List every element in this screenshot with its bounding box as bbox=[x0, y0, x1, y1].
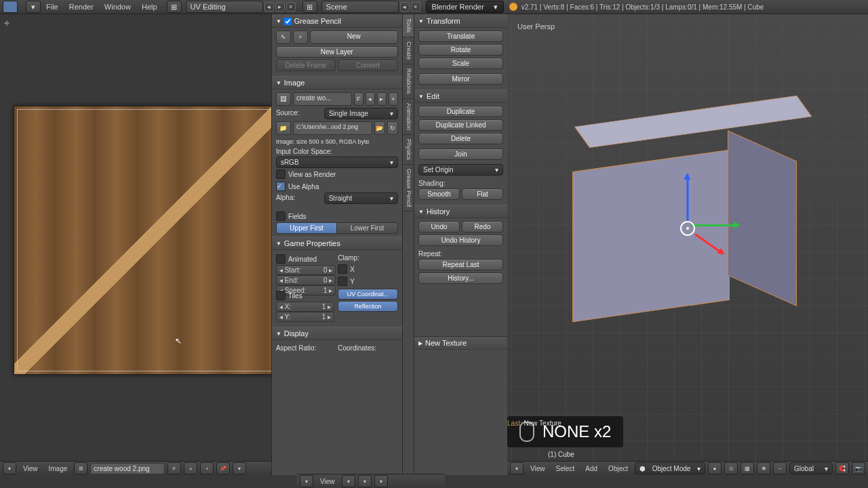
image-browse-button[interactable]: ⊞ bbox=[74, 462, 87, 474]
viewport-3d[interactable]: User Persp NONE x2 Last: New Texture (1)… bbox=[507, 14, 868, 461]
colorspace-dropdown[interactable]: sRGB▾ bbox=[276, 157, 398, 168]
rotate-button[interactable]: Rotate bbox=[418, 44, 503, 56]
flat-button[interactable]: Flat bbox=[462, 188, 503, 200]
alt-menu-view[interactable]: View bbox=[316, 478, 339, 485]
render-engine-dropdown[interactable]: Blender Render▾ bbox=[426, 1, 504, 13]
unlink-image-button[interactable]: × bbox=[184, 462, 197, 474]
duplicate-button[interactable]: Duplicate bbox=[418, 106, 503, 117]
gp-draw-icon[interactable]: ✎ bbox=[276, 30, 291, 44]
fields-checkbox[interactable]: Fields bbox=[276, 210, 398, 222]
image-nav1-button[interactable]: ◂ bbox=[366, 92, 375, 106]
clamp-y-checkbox[interactable]: Y bbox=[338, 275, 397, 287]
toggle-toolbar-icon[interactable]: + bbox=[4, 18, 9, 28]
filepath-reload-button[interactable]: ↻ bbox=[387, 121, 398, 135]
view-as-render-checkbox[interactable]: View as Render bbox=[276, 168, 398, 180]
uv-coord-button[interactable]: UV Coordinat... bbox=[338, 289, 397, 300]
anim-end-field[interactable]: ◂ End:0 ▸ bbox=[276, 275, 336, 285]
set-origin-dropdown[interactable]: Set Origin▾ bbox=[418, 164, 503, 176]
view3d-editor-type-icon[interactable]: ▾ bbox=[510, 462, 524, 474]
gizmo-x-axis[interactable] bbox=[691, 224, 738, 226]
uv-menu-image[interactable]: Image bbox=[45, 465, 72, 472]
tab-relations[interactable]: Relations bbox=[403, 64, 414, 99]
alt-icon1[interactable]: ▾ bbox=[342, 475, 355, 487]
tab-create[interactable]: Create bbox=[403, 37, 414, 64]
alt-icon2[interactable]: ▾ bbox=[358, 475, 372, 487]
scene-dropdown[interactable]: Scene bbox=[321, 1, 399, 13]
clamp-x-checkbox[interactable]: X bbox=[338, 263, 397, 275]
tab-physics[interactable]: Physics bbox=[403, 135, 414, 165]
filepath-input[interactable]: C:\Users\w...ood 2.png bbox=[293, 121, 372, 135]
image-close-button[interactable]: × bbox=[389, 92, 398, 106]
tab-grease-pencil[interactable]: Grease Pencil bbox=[403, 165, 414, 212]
panel-header-grease-pencil[interactable]: ▼Grease Pencil bbox=[272, 14, 402, 28]
v3d-menu-add[interactable]: Add bbox=[581, 465, 601, 472]
mode-dropdown[interactable]: ⬢ Object Mode▾ bbox=[635, 462, 705, 474]
pivot-icon[interactable]: ⊙ bbox=[724, 462, 738, 474]
menu-file[interactable]: File bbox=[41, 3, 64, 11]
tab-animation[interactable]: Animation bbox=[403, 99, 414, 135]
gizmo-z-axis[interactable] bbox=[687, 175, 689, 222]
gp-new-layer-button[interactable]: New Layer bbox=[276, 46, 398, 58]
tiles-y-field[interactable]: ◂ Y:1 ▸ bbox=[276, 312, 334, 322]
scene-browse-button[interactable]: ⊞ bbox=[302, 1, 317, 13]
history-button[interactable]: History... bbox=[418, 272, 503, 284]
panel-header-image[interactable]: ▼Image bbox=[272, 76, 402, 89]
v3d-menu-select[interactable]: Select bbox=[552, 465, 579, 472]
translate-button[interactable]: Translate bbox=[418, 30, 503, 42]
menu-render[interactable]: Render bbox=[64, 3, 99, 11]
filepath-browse-button[interactable]: 📂 bbox=[374, 121, 385, 135]
panel-header-display[interactable]: ▼Display bbox=[272, 327, 402, 340]
animated-checkbox[interactable]: Animated bbox=[276, 253, 336, 265]
layout-close-button[interactable]: × bbox=[286, 2, 296, 12]
view3d-alt-icon[interactable]: ▾ bbox=[300, 475, 313, 487]
undo-button[interactable]: Undo bbox=[418, 221, 460, 232]
tiles-checkbox[interactable]: Tiles bbox=[276, 289, 334, 302]
scene-prev-button[interactable]: ◂ bbox=[400, 2, 410, 12]
image-nav2-button[interactable]: ▸ bbox=[377, 92, 387, 106]
join-button[interactable]: Join bbox=[418, 148, 503, 160]
source-dropdown[interactable]: Single Image▾ bbox=[324, 108, 398, 119]
reflection-button[interactable]: Reflection bbox=[338, 301, 397, 312]
tab-tools[interactable]: Tools bbox=[403, 14, 414, 37]
shading-sphere-icon[interactable]: ● bbox=[708, 462, 722, 474]
filepath-icon[interactable]: 📁 bbox=[276, 121, 291, 135]
alpha-dropdown[interactable]: Straight▾ bbox=[324, 192, 398, 204]
new-image-button[interactable]: + bbox=[200, 462, 214, 474]
image-datablock-icon[interactable]: 🖼 bbox=[276, 92, 291, 106]
v3d-menu-object[interactable]: Object bbox=[604, 465, 632, 472]
manipulator-translate-icon[interactable]: ↔ bbox=[773, 462, 787, 474]
layers-button[interactable]: ▦ bbox=[741, 462, 754, 474]
layout-dropdown[interactable]: UV Editing bbox=[186, 1, 263, 13]
fields-order-toggle[interactable]: Upper FirstLower First bbox=[276, 222, 398, 234]
image-name-field[interactable]: create wood 2.png bbox=[90, 463, 165, 474]
redo-button[interactable]: Redo bbox=[462, 221, 503, 232]
orientation-dropdown[interactable]: Global▾ bbox=[789, 462, 833, 474]
panel-header-game[interactable]: ▼Game Properties bbox=[272, 237, 402, 250]
uv-menu-view[interactable]: View bbox=[19, 465, 42, 472]
delete-button[interactable]: Delete bbox=[418, 133, 503, 144]
duplicate-linked-button[interactable]: Duplicate Linked bbox=[418, 119, 503, 131]
repeat-last-button[interactable]: Repeat Last bbox=[418, 259, 503, 270]
v3d-menu-view[interactable]: View bbox=[526, 465, 549, 472]
render-icon[interactable]: 📷 bbox=[852, 462, 865, 474]
panel-header-edit[interactable]: ▼Edit bbox=[414, 89, 507, 103]
pivot-dropdown[interactable]: ▾ bbox=[233, 462, 246, 474]
panel-header-history[interactable]: ▼History bbox=[414, 205, 507, 218]
scene-close-button[interactable]: × bbox=[411, 2, 420, 12]
mirror-button[interactable]: Mirror bbox=[418, 73, 503, 85]
scale-button[interactable]: Scale bbox=[418, 58, 503, 69]
image-name-input[interactable]: create wo... bbox=[293, 92, 352, 106]
layout-browse-button[interactable]: ⊞ bbox=[167, 1, 182, 13]
menu-help[interactable]: Help bbox=[136, 3, 163, 11]
layout-next-button[interactable]: ▸ bbox=[275, 2, 285, 12]
smooth-button[interactable]: Smooth bbox=[418, 188, 460, 200]
gp-new-button[interactable]: New bbox=[310, 30, 398, 44]
panel-header-transform[interactable]: ▼Transform bbox=[414, 14, 507, 28]
anim-start-field[interactable]: ◂ Start:0 ▸ bbox=[276, 265, 336, 275]
pin-image-button[interactable]: 📌 bbox=[216, 462, 230, 474]
panel-header-new-texture[interactable]: ▶New Texture bbox=[414, 336, 507, 350]
snap-icon[interactable]: 🧲 bbox=[835, 462, 849, 474]
tiles-x-field[interactable]: ◂ X:1 ▸ bbox=[276, 302, 334, 312]
gp-add-icon[interactable]: + bbox=[293, 30, 308, 44]
editor-type-dropdown[interactable]: ▾ bbox=[26, 1, 41, 13]
